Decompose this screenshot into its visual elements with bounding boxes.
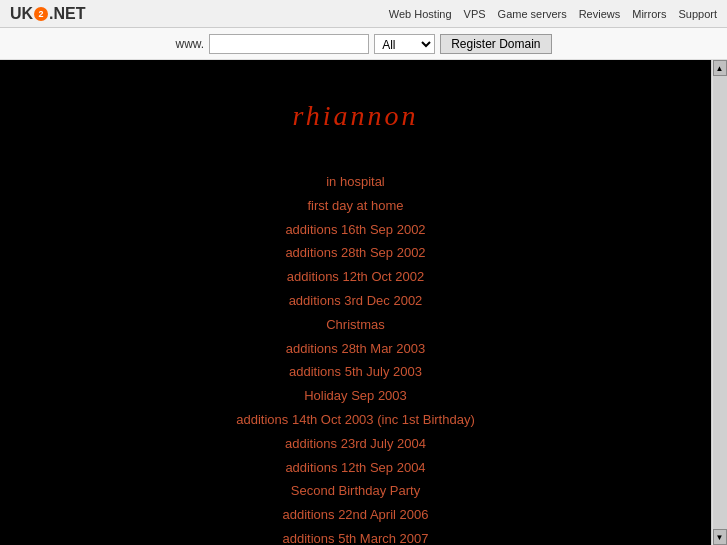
list-item[interactable]: additions 3rd Dec 2002 <box>289 291 423 312</box>
list-item[interactable]: in hospital <box>326 172 385 193</box>
list-item[interactable]: additions 23rd July 2004 <box>285 434 426 455</box>
scrollbar-down-button[interactable]: ▼ <box>713 529 727 545</box>
list-item[interactable]: additions 5th March 2007 <box>283 529 429 545</box>
main-content: rhiannon in hospitalfirst day at homeadd… <box>0 60 711 545</box>
list-item[interactable]: additions 5th July 2003 <box>289 362 422 383</box>
list-item[interactable]: additions 16th Sep 2002 <box>285 220 425 241</box>
list-item[interactable]: additions 28th Mar 2003 <box>286 339 425 360</box>
nav-link-support[interactable]: Support <box>678 8 717 20</box>
list-item[interactable]: additions 14th Oct 2003 (inc 1st Birthda… <box>236 410 474 431</box>
nav-link-mirrors[interactable]: Mirrors <box>632 8 666 20</box>
logo: UK 2 .NET <box>10 5 86 23</box>
page-wrapper: rhiannon in hospitalfirst day at homeadd… <box>0 60 727 545</box>
scrollbar-track: ▲ ▼ <box>711 60 727 545</box>
nav-link-web-hosting[interactable]: Web Hosting <box>389 8 452 20</box>
top-nav: UK 2 .NET Web HostingVPSGame serversRevi… <box>0 0 727 28</box>
domain-input[interactable] <box>209 34 369 54</box>
list-item[interactable]: additions 12th Sep 2004 <box>285 458 425 479</box>
links-list: in hospitalfirst day at homeadditions 16… <box>236 172 474 545</box>
www-label: www. <box>175 37 204 51</box>
list-item[interactable]: first day at home <box>307 196 403 217</box>
list-item[interactable]: additions 12th Oct 2002 <box>287 267 424 288</box>
register-domain-button[interactable]: Register Domain <box>440 34 551 54</box>
nav-link-reviews[interactable]: Reviews <box>579 8 621 20</box>
scrollbar-up-button[interactable]: ▲ <box>713 60 727 76</box>
list-item[interactable]: Christmas <box>326 315 385 336</box>
list-item[interactable]: Second Birthday Party <box>291 481 420 502</box>
list-item[interactable]: Holiday Sep 2003 <box>304 386 407 407</box>
logo-circle-icon: 2 <box>34 7 48 21</box>
scrollbar-area <box>713 76 727 529</box>
site-title: rhiannon <box>292 100 418 132</box>
nav-links: Web HostingVPSGame serversReviewsMirrors… <box>389 8 717 20</box>
list-item[interactable]: additions 22nd April 2006 <box>282 505 428 526</box>
domain-bar: www. All .co.uk .com .net .org Register … <box>0 28 727 60</box>
domain-tld-select[interactable]: All .co.uk .com .net .org <box>374 34 435 54</box>
nav-link-vps[interactable]: VPS <box>464 8 486 20</box>
list-item[interactable]: additions 28th Sep 2002 <box>285 243 425 264</box>
logo-uk: UK <box>10 5 33 23</box>
logo-net: .NET <box>49 5 85 23</box>
nav-link-game-servers[interactable]: Game servers <box>498 8 567 20</box>
